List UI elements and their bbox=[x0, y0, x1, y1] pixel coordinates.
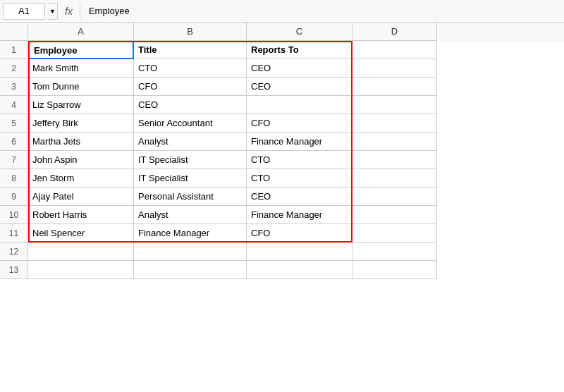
cell-a[interactable]: Employee bbox=[28, 41, 134, 59]
cell-c[interactable] bbox=[247, 96, 352, 114]
cell-b[interactable]: Analyst bbox=[134, 133, 247, 151]
cell-d[interactable] bbox=[352, 206, 437, 224]
row-number: 1 bbox=[0, 41, 28, 59]
cell-a[interactable]: Martha Jets bbox=[28, 133, 134, 151]
table-row: 12 bbox=[0, 243, 564, 261]
cell-d[interactable] bbox=[352, 188, 437, 206]
cell-b[interactable]: Title bbox=[134, 41, 247, 59]
cell-b[interactable]: Finance Manager bbox=[134, 224, 247, 243]
cell-b[interactable]: CTO bbox=[134, 59, 247, 78]
cell-c[interactable]: CEO bbox=[247, 188, 352, 206]
row-number: 5 bbox=[0, 114, 28, 133]
cell-b[interactable]: Senior Accountant bbox=[134, 114, 247, 133]
cell-b[interactable]: IT Specialist bbox=[134, 169, 247, 188]
cell-c[interactable]: CFO bbox=[247, 114, 352, 133]
row-number: 9 bbox=[0, 188, 28, 206]
table-row: 1EmployeeTitleReports To bbox=[0, 41, 564, 59]
formula-value: Employee bbox=[83, 6, 561, 16]
cell-c[interactable] bbox=[247, 261, 352, 279]
col-header-a[interactable]: A bbox=[28, 23, 134, 41]
fx-label: fx bbox=[61, 6, 77, 17]
cell-a[interactable]: Tom Dunne bbox=[28, 78, 134, 96]
row-number: 2 bbox=[0, 59, 28, 78]
cell-a[interactable]: Robert Harris bbox=[28, 206, 134, 224]
cell-d[interactable] bbox=[352, 261, 437, 279]
cell-a[interactable]: Jen Storm bbox=[28, 169, 134, 188]
cell-c[interactable]: CFO bbox=[247, 224, 352, 243]
row-number: 4 bbox=[0, 96, 28, 114]
table-row: 8Jen StormIT SpecialistCTO bbox=[0, 169, 564, 188]
cell-d[interactable] bbox=[352, 133, 437, 151]
formula-bar: ▼ fx Employee bbox=[0, 0, 564, 23]
row-number: 6 bbox=[0, 133, 28, 151]
cell-a[interactable]: Liz Sparrow bbox=[28, 96, 134, 114]
cell-a[interactable]: John Aspin bbox=[28, 151, 134, 169]
cell-b[interactable] bbox=[134, 261, 247, 279]
cell-a[interactable]: Neil Spencer bbox=[28, 224, 134, 243]
cell-d[interactable] bbox=[352, 59, 437, 78]
col-header-b[interactable]: B bbox=[134, 23, 247, 41]
table-row: 7John AspinIT SpecialistCTO bbox=[0, 151, 564, 169]
table-row: 13 bbox=[0, 261, 564, 279]
table-row: 10Robert HarrisAnalystFinance Manager bbox=[0, 206, 564, 224]
cell-b[interactable]: CFO bbox=[134, 78, 247, 96]
col-header-d[interactable]: D bbox=[352, 23, 437, 41]
cell-c[interactable]: CTO bbox=[247, 169, 352, 188]
cell-b[interactable]: IT Specialist bbox=[134, 151, 247, 169]
table-row: 9Ajay PatelPersonal AssistantCEO bbox=[0, 188, 564, 206]
grid-body: 1EmployeeTitleReports To2Mark SmithCTOCE… bbox=[0, 41, 564, 279]
row-number: 3 bbox=[0, 78, 28, 96]
cell-reference-input[interactable] bbox=[3, 3, 45, 20]
cell-d[interactable] bbox=[352, 96, 437, 114]
row-number: 12 bbox=[0, 243, 28, 261]
table-row: 4Liz SparrowCEO bbox=[0, 96, 564, 114]
cell-b[interactable]: CEO bbox=[134, 96, 247, 114]
cell-c[interactable]: Finance Manager bbox=[247, 206, 352, 224]
cell-a[interactable]: Ajay Patel bbox=[28, 188, 134, 206]
cell-a[interactable]: Mark Smith bbox=[28, 59, 134, 78]
table-row: 11Neil SpencerFinance ManagerCFO bbox=[0, 224, 564, 243]
row-number: 11 bbox=[0, 224, 28, 243]
spreadsheet-wrapper: A B C D 1EmployeeTitleReports To2Mark Sm… bbox=[0, 23, 564, 279]
cell-a[interactable]: Jeffery Birk bbox=[28, 114, 134, 133]
row-number: 10 bbox=[0, 206, 28, 224]
cell-d[interactable] bbox=[352, 224, 437, 243]
cell-c[interactable]: CEO bbox=[247, 78, 352, 96]
cell-d[interactable] bbox=[352, 243, 437, 261]
row-num-header bbox=[0, 23, 28, 41]
formula-divider bbox=[80, 4, 80, 19]
table-row: 5Jeffery BirkSenior AccountantCFO bbox=[0, 114, 564, 133]
cell-b[interactable]: Analyst bbox=[134, 206, 247, 224]
table-row: 2Mark SmithCTOCEO bbox=[0, 59, 564, 78]
row-number: 8 bbox=[0, 169, 28, 188]
column-headers: A B C D bbox=[0, 23, 564, 41]
cell-c[interactable]: Reports To bbox=[247, 41, 352, 59]
table-row: 3Tom DunneCFOCEO bbox=[0, 78, 564, 96]
cell-a[interactable] bbox=[28, 261, 134, 279]
cell-c[interactable] bbox=[247, 243, 352, 261]
cell-ref-dropdown[interactable]: ▼ bbox=[48, 3, 58, 20]
row-number: 13 bbox=[0, 261, 28, 279]
cell-d[interactable] bbox=[352, 78, 437, 96]
cell-c[interactable]: CTO bbox=[247, 151, 352, 169]
cell-d[interactable] bbox=[352, 151, 437, 169]
cell-d[interactable] bbox=[352, 169, 437, 188]
cell-b[interactable]: Personal Assistant bbox=[134, 188, 247, 206]
cell-b[interactable] bbox=[134, 243, 247, 261]
row-number: 7 bbox=[0, 151, 28, 169]
cell-a[interactable] bbox=[28, 243, 134, 261]
table-row: 6Martha JetsAnalystFinance Manager bbox=[0, 133, 564, 151]
col-header-c[interactable]: C bbox=[247, 23, 352, 41]
cell-c[interactable]: Finance Manager bbox=[247, 133, 352, 151]
cell-d[interactable] bbox=[352, 41, 437, 59]
cell-c[interactable]: CEO bbox=[247, 59, 352, 78]
cell-d[interactable] bbox=[352, 114, 437, 133]
